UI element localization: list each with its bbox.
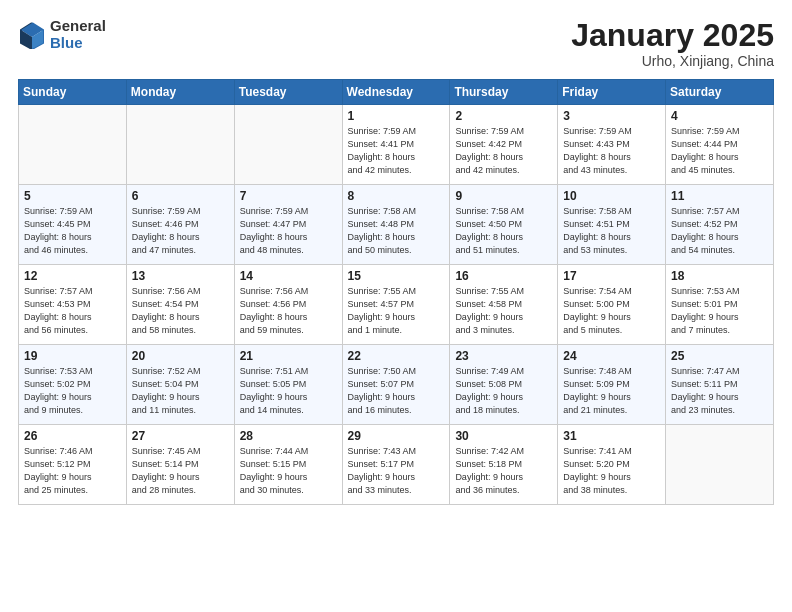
month-title: January 2025 <box>571 18 774 53</box>
day-number: 27 <box>132 429 229 443</box>
title-block: January 2025 Urho, Xinjiang, China <box>571 18 774 69</box>
day-info: Sunrise: 7:56 AM Sunset: 4:54 PM Dayligh… <box>132 285 229 337</box>
day-info: Sunrise: 7:59 AM Sunset: 4:41 PM Dayligh… <box>348 125 445 177</box>
calendar-table: SundayMondayTuesdayWednesdayThursdayFrid… <box>18 79 774 505</box>
calendar-day-1: 1Sunrise: 7:59 AM Sunset: 4:41 PM Daylig… <box>342 105 450 185</box>
calendar-day-31: 31Sunrise: 7:41 AM Sunset: 5:20 PM Dayli… <box>558 425 666 505</box>
day-info: Sunrise: 7:53 AM Sunset: 5:02 PM Dayligh… <box>24 365 121 417</box>
calendar-day-28: 28Sunrise: 7:44 AM Sunset: 5:15 PM Dayli… <box>234 425 342 505</box>
day-number: 8 <box>348 189 445 203</box>
day-number: 21 <box>240 349 337 363</box>
weekday-header-row: SundayMondayTuesdayWednesdayThursdayFrid… <box>19 80 774 105</box>
calendar-day-6: 6Sunrise: 7:59 AM Sunset: 4:46 PM Daylig… <box>126 185 234 265</box>
calendar-day-13: 13Sunrise: 7:56 AM Sunset: 4:54 PM Dayli… <box>126 265 234 345</box>
day-info: Sunrise: 7:59 AM Sunset: 4:47 PM Dayligh… <box>240 205 337 257</box>
day-number: 9 <box>455 189 552 203</box>
calendar-day-29: 29Sunrise: 7:43 AM Sunset: 5:17 PM Dayli… <box>342 425 450 505</box>
day-number: 13 <box>132 269 229 283</box>
day-number: 2 <box>455 109 552 123</box>
logo-blue: Blue <box>50 35 106 52</box>
calendar-day-empty <box>234 105 342 185</box>
day-number: 16 <box>455 269 552 283</box>
calendar-day-11: 11Sunrise: 7:57 AM Sunset: 4:52 PM Dayli… <box>666 185 774 265</box>
weekday-header-monday: Monday <box>126 80 234 105</box>
calendar-day-27: 27Sunrise: 7:45 AM Sunset: 5:14 PM Dayli… <box>126 425 234 505</box>
calendar-day-12: 12Sunrise: 7:57 AM Sunset: 4:53 PM Dayli… <box>19 265 127 345</box>
day-info: Sunrise: 7:54 AM Sunset: 5:00 PM Dayligh… <box>563 285 660 337</box>
calendar-day-8: 8Sunrise: 7:58 AM Sunset: 4:48 PM Daylig… <box>342 185 450 265</box>
day-number: 30 <box>455 429 552 443</box>
day-number: 4 <box>671 109 768 123</box>
day-info: Sunrise: 7:41 AM Sunset: 5:20 PM Dayligh… <box>563 445 660 497</box>
day-number: 25 <box>671 349 768 363</box>
day-info: Sunrise: 7:44 AM Sunset: 5:15 PM Dayligh… <box>240 445 337 497</box>
day-info: Sunrise: 7:59 AM Sunset: 4:44 PM Dayligh… <box>671 125 768 177</box>
weekday-header-friday: Friday <box>558 80 666 105</box>
calendar-day-empty <box>666 425 774 505</box>
day-number: 31 <box>563 429 660 443</box>
calendar-week-row: 1Sunrise: 7:59 AM Sunset: 4:41 PM Daylig… <box>19 105 774 185</box>
day-number: 15 <box>348 269 445 283</box>
day-number: 23 <box>455 349 552 363</box>
day-number: 20 <box>132 349 229 363</box>
day-number: 11 <box>671 189 768 203</box>
weekday-header-wednesday: Wednesday <box>342 80 450 105</box>
calendar-day-empty <box>19 105 127 185</box>
day-info: Sunrise: 7:52 AM Sunset: 5:04 PM Dayligh… <box>132 365 229 417</box>
calendar-day-7: 7Sunrise: 7:59 AM Sunset: 4:47 PM Daylig… <box>234 185 342 265</box>
day-info: Sunrise: 7:48 AM Sunset: 5:09 PM Dayligh… <box>563 365 660 417</box>
day-info: Sunrise: 7:57 AM Sunset: 4:52 PM Dayligh… <box>671 205 768 257</box>
calendar-week-row: 5Sunrise: 7:59 AM Sunset: 4:45 PM Daylig… <box>19 185 774 265</box>
day-number: 7 <box>240 189 337 203</box>
day-info: Sunrise: 7:51 AM Sunset: 5:05 PM Dayligh… <box>240 365 337 417</box>
day-number: 14 <box>240 269 337 283</box>
calendar-day-15: 15Sunrise: 7:55 AM Sunset: 4:57 PM Dayli… <box>342 265 450 345</box>
day-number: 17 <box>563 269 660 283</box>
calendar-day-2: 2Sunrise: 7:59 AM Sunset: 4:42 PM Daylig… <box>450 105 558 185</box>
day-number: 3 <box>563 109 660 123</box>
calendar-day-30: 30Sunrise: 7:42 AM Sunset: 5:18 PM Dayli… <box>450 425 558 505</box>
day-info: Sunrise: 7:43 AM Sunset: 5:17 PM Dayligh… <box>348 445 445 497</box>
weekday-header-tuesday: Tuesday <box>234 80 342 105</box>
day-number: 1 <box>348 109 445 123</box>
calendar-day-5: 5Sunrise: 7:59 AM Sunset: 4:45 PM Daylig… <box>19 185 127 265</box>
calendar-day-17: 17Sunrise: 7:54 AM Sunset: 5:00 PM Dayli… <box>558 265 666 345</box>
calendar-day-18: 18Sunrise: 7:53 AM Sunset: 5:01 PM Dayli… <box>666 265 774 345</box>
day-info: Sunrise: 7:53 AM Sunset: 5:01 PM Dayligh… <box>671 285 768 337</box>
day-number: 26 <box>24 429 121 443</box>
day-number: 10 <box>563 189 660 203</box>
page-container: General Blue January 2025 Urho, Xinjiang… <box>0 0 792 515</box>
day-info: Sunrise: 7:45 AM Sunset: 5:14 PM Dayligh… <box>132 445 229 497</box>
day-info: Sunrise: 7:55 AM Sunset: 4:57 PM Dayligh… <box>348 285 445 337</box>
day-info: Sunrise: 7:58 AM Sunset: 4:50 PM Dayligh… <box>455 205 552 257</box>
calendar-day-21: 21Sunrise: 7:51 AM Sunset: 5:05 PM Dayli… <box>234 345 342 425</box>
day-number: 24 <box>563 349 660 363</box>
calendar-day-10: 10Sunrise: 7:58 AM Sunset: 4:51 PM Dayli… <box>558 185 666 265</box>
day-number: 28 <box>240 429 337 443</box>
day-info: Sunrise: 7:46 AM Sunset: 5:12 PM Dayligh… <box>24 445 121 497</box>
weekday-header-thursday: Thursday <box>450 80 558 105</box>
calendar-day-22: 22Sunrise: 7:50 AM Sunset: 5:07 PM Dayli… <box>342 345 450 425</box>
calendar-day-14: 14Sunrise: 7:56 AM Sunset: 4:56 PM Dayli… <box>234 265 342 345</box>
calendar-day-25: 25Sunrise: 7:47 AM Sunset: 5:11 PM Dayli… <box>666 345 774 425</box>
day-info: Sunrise: 7:58 AM Sunset: 4:51 PM Dayligh… <box>563 205 660 257</box>
day-info: Sunrise: 7:56 AM Sunset: 4:56 PM Dayligh… <box>240 285 337 337</box>
calendar-day-empty <box>126 105 234 185</box>
day-number: 29 <box>348 429 445 443</box>
day-number: 22 <box>348 349 445 363</box>
weekday-header-sunday: Sunday <box>19 80 127 105</box>
day-info: Sunrise: 7:59 AM Sunset: 4:46 PM Dayligh… <box>132 205 229 257</box>
calendar-week-row: 12Sunrise: 7:57 AM Sunset: 4:53 PM Dayli… <box>19 265 774 345</box>
logo-general: General <box>50 18 106 35</box>
day-info: Sunrise: 7:50 AM Sunset: 5:07 PM Dayligh… <box>348 365 445 417</box>
day-number: 18 <box>671 269 768 283</box>
logo: General Blue <box>18 18 106 51</box>
calendar-day-23: 23Sunrise: 7:49 AM Sunset: 5:08 PM Dayli… <box>450 345 558 425</box>
day-info: Sunrise: 7:59 AM Sunset: 4:42 PM Dayligh… <box>455 125 552 177</box>
day-number: 12 <box>24 269 121 283</box>
calendar-day-26: 26Sunrise: 7:46 AM Sunset: 5:12 PM Dayli… <box>19 425 127 505</box>
day-info: Sunrise: 7:59 AM Sunset: 4:43 PM Dayligh… <box>563 125 660 177</box>
calendar-day-3: 3Sunrise: 7:59 AM Sunset: 4:43 PM Daylig… <box>558 105 666 185</box>
day-info: Sunrise: 7:57 AM Sunset: 4:53 PM Dayligh… <box>24 285 121 337</box>
day-number: 19 <box>24 349 121 363</box>
